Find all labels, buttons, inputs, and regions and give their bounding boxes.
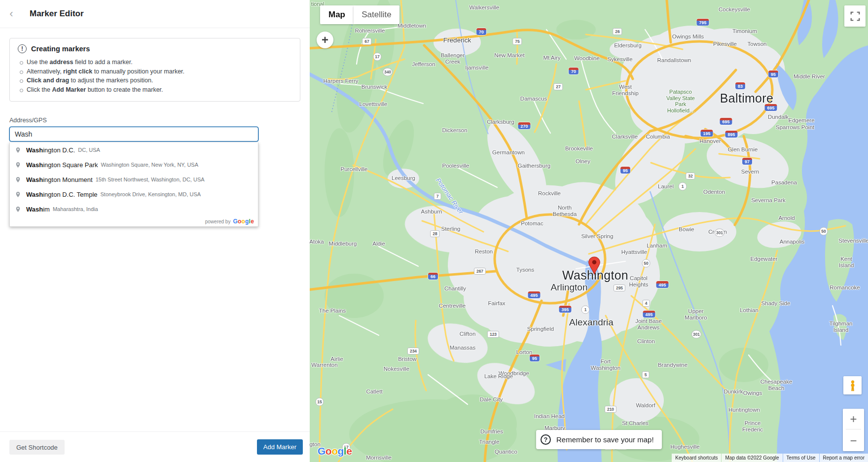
panel-header: ‹ Marker Editor xyxy=(0,0,310,28)
map-label: Severna Park xyxy=(751,197,786,204)
save-map-tooltip: ? Remember to save your map! xyxy=(536,430,662,449)
map-type-button[interactable]: Map xyxy=(320,5,354,24)
map-label: Clarksville xyxy=(612,134,638,140)
map-label: Triangle xyxy=(479,439,499,445)
map-label: Brookeville xyxy=(565,145,593,152)
pegman-button[interactable] xyxy=(843,376,862,394)
suggestion-item[interactable]: Washington Square ParkWashington Square,… xyxy=(10,157,258,172)
notice-item: Click the Add Marker button to create th… xyxy=(18,85,292,95)
route-shield-340: 340 xyxy=(383,68,393,76)
map-label: Indian Head xyxy=(534,413,565,420)
map-label: Bowie xyxy=(679,226,694,233)
map-label: Edgemere xyxy=(788,117,814,124)
pin-icon xyxy=(15,177,21,183)
map-label: Arnold xyxy=(778,215,795,221)
map-label: Timonium xyxy=(732,28,757,35)
map-label: Eldersburg xyxy=(614,42,642,49)
autocomplete-dropdown: Washington D.C.DC, USAWashington Square … xyxy=(9,142,258,227)
panel-footer: Get Shortcode Add Marker xyxy=(0,431,310,462)
route-shield-267: 267 xyxy=(474,268,486,275)
map-label: Morrisville xyxy=(366,455,392,461)
attribution-link[interactable]: Terms of Use xyxy=(783,454,819,462)
satellite-type-button[interactable]: Satellite xyxy=(354,5,399,24)
route-shield-17: 17 xyxy=(373,53,382,61)
map-label: Pikesville xyxy=(713,41,737,47)
zoom-in-button[interactable]: + xyxy=(843,409,864,429)
address-input[interactable] xyxy=(9,127,258,142)
map-label: Damascus xyxy=(520,96,547,102)
route-shield-495: 495 xyxy=(528,291,540,298)
map-label: Reston xyxy=(475,249,493,255)
map-label: Centreville xyxy=(439,303,466,309)
notice-list: Use the address field to add a marker.Al… xyxy=(18,58,292,94)
map-label: Dundalk xyxy=(768,114,789,120)
map-label: Fort Washington xyxy=(591,358,620,371)
map-label: Clinton xyxy=(637,338,655,345)
map-label: Fairfax xyxy=(488,300,505,307)
attribution-link[interactable]: Map data ©2022 Google xyxy=(722,454,782,462)
back-button[interactable]: ‹ xyxy=(0,7,23,20)
route-shield-95: 95 xyxy=(620,167,630,174)
map-label: Owings Mills xyxy=(672,34,704,40)
map-label: Quantico xyxy=(495,449,517,455)
map-label: Laurel xyxy=(658,183,674,190)
map-label: Aldie xyxy=(372,241,385,247)
suggestion-item[interactable]: Washington D.C. TempleStoneybrook Drive,… xyxy=(10,187,258,202)
map-label: Hanover xyxy=(699,138,721,144)
route-shield-1: 1 xyxy=(581,306,590,314)
map-label: Warrenton xyxy=(311,362,337,368)
map-label: Ijamsville xyxy=(465,65,488,71)
route-shield-95: 95 xyxy=(530,355,540,361)
map-label: Lorton xyxy=(516,349,533,355)
map-label: Romancoke xyxy=(830,284,860,291)
map-label: Nokesville xyxy=(384,366,409,372)
route-shield-695: 695 xyxy=(764,104,777,111)
fullscreen-button[interactable] xyxy=(844,5,866,27)
map-label: Middletown xyxy=(398,23,426,29)
map-label: Alexandria xyxy=(569,320,614,326)
map-label: Capitol Heights xyxy=(629,275,649,287)
route-shield-75: 75 xyxy=(512,38,522,45)
map-label: Joint Base Andrews xyxy=(635,318,662,330)
map-label: Owings xyxy=(743,390,762,396)
google-map[interactable]: WashingtonBaltimoreArlingtonAlexandriaFr… xyxy=(310,0,868,462)
zoom-out-button[interactable]: − xyxy=(843,430,864,451)
map-label: Rohrersville xyxy=(355,28,385,34)
suggestion-item[interactable]: Washington D.C.DC, USA xyxy=(10,142,258,157)
route-shield-67: 67 xyxy=(362,38,371,45)
route-shield-95: 95 xyxy=(768,71,778,77)
add-marker-button[interactable]: Add Marker xyxy=(257,439,303,455)
map-label: Kent Island xyxy=(835,256,857,268)
map-label: Catlett xyxy=(366,389,382,395)
get-shortcode-button[interactable]: Get Shortcode xyxy=(9,440,65,455)
map-label: Baltimore xyxy=(720,95,773,102)
google-logo-map[interactable]: Google xyxy=(318,445,352,457)
route-shield-26: 26 xyxy=(613,28,622,35)
add-marker-mode-button[interactable]: + xyxy=(317,32,333,48)
map-marker-pin[interactable] xyxy=(588,256,601,275)
attribution-link[interactable]: Keyboard shortcuts xyxy=(672,454,721,462)
notice-item: Click and drag to adjust the markers pos… xyxy=(18,76,292,85)
map-label: Brunswick xyxy=(362,84,387,90)
map-label: Dumfries xyxy=(480,428,503,435)
map-labels: WashingtonBaltimoreArlingtonAlexandriaFr… xyxy=(310,0,868,462)
question-icon: ? xyxy=(541,434,551,445)
route-shield-395: 395 xyxy=(559,306,571,313)
map-label: Stevensville xyxy=(838,238,868,244)
address-label: Address/GPS xyxy=(9,117,47,124)
map-label: Silver Spring xyxy=(581,233,613,240)
attribution-link[interactable]: Report a map error xyxy=(820,454,868,462)
map-label: St Charles xyxy=(622,420,649,426)
map-label: Chesapeake Beach xyxy=(760,379,793,391)
map-label: North Bethesda xyxy=(553,205,577,217)
suggestion-item[interactable]: Washington Monument15th Street Northwest… xyxy=(10,172,258,187)
map-label: Middle River xyxy=(794,73,825,80)
map-label: Brandywine xyxy=(658,362,687,368)
map-label: Patapsco Valley State Park Hollofield... xyxy=(666,89,695,113)
map-label: New Market xyxy=(494,52,524,59)
map-label: Purcellville xyxy=(341,166,368,173)
map-label: Chantilly xyxy=(444,285,466,292)
map-label: Clarksburg xyxy=(487,119,514,125)
suggestion-item[interactable]: WashimMaharashtra, India xyxy=(10,202,258,216)
map-label: Towson xyxy=(748,41,767,47)
